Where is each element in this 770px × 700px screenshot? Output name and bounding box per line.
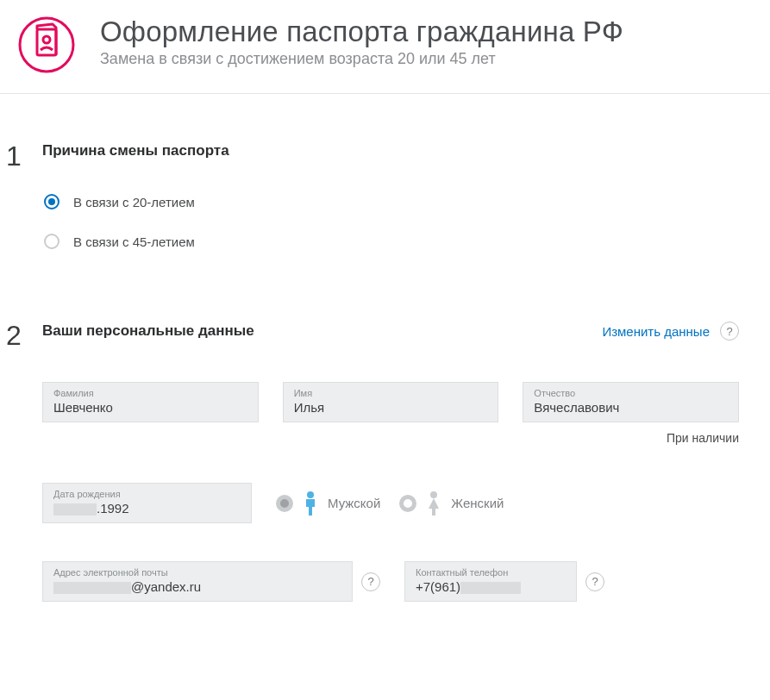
help-icon[interactable]: ? [585,572,604,591]
field-label: Имя [294,388,488,398]
svg-point-2 [43,36,50,43]
phone-field: Контактный телефон +7(961) [404,561,577,602]
field-label: Отчество [534,388,728,398]
radio-icon [44,194,59,209]
gender-label: Мужской [328,496,380,510]
radio-label: В связи с 20-летием [73,195,195,209]
field-label: Адрес электронной почты [53,567,341,578]
page-header: Оформление паспорта гражданина РФ Замена… [0,0,770,94]
radio-icon [276,495,293,512]
edit-data-link[interactable]: Изменить данные [602,324,710,339]
reason-option-45[interactable]: В связи с 45-летием [44,234,770,249]
radio-icon [399,495,416,512]
svg-point-0 [20,18,73,72]
field-value: Илья [294,400,488,415]
male-icon [300,491,321,516]
field-label: Фамилия [53,388,247,398]
field-value: +7(961) [416,579,566,594]
passport-icon [17,16,76,74]
patronymic-field: Отчество Вячеславович [523,382,739,422]
section-reason: 1 Причина смены паспорта В связи с 20-ле… [0,94,770,273]
name-field: Имя Илья [283,382,499,422]
help-icon[interactable]: ? [720,322,739,341]
help-icon[interactable]: ? [361,572,380,591]
email-field: Адрес электронной почты @yandex.ru [42,561,353,602]
field-label: Контактный телефон [416,567,566,578]
surname-field: Фамилия Шевченко [42,382,259,422]
gender-female[interactable]: Женский [399,491,504,516]
female-icon [423,491,444,516]
step-number-2: 2 [6,322,42,602]
field-value: Вячеславович [534,400,728,415]
redacted-block [460,582,521,594]
patronymic-note: При наличии [42,431,739,445]
step-number-1: 1 [6,142,42,273]
section-personal: 2 Ваши персональные данные Изменить данн… [0,273,770,602]
reason-radio-list: В связи с 20-летием В связи с 45-летием [42,194,770,249]
radio-label: В связи с 45-летием [73,234,195,249]
page-subtitle: Замена в связи с достижением возраста 20… [100,50,623,68]
svg-point-3 [307,491,314,498]
redacted-block [53,582,131,594]
reason-option-20[interactable]: В связи с 20-летием [44,194,770,209]
gender-label: Женский [451,496,504,510]
section-title-personal: Ваши персональные данные [42,322,254,340]
field-value: @yandex.ru [53,579,341,594]
gender-male[interactable]: Мужской [276,491,380,516]
page-title: Оформление паспорта гражданина РФ [100,16,623,48]
svg-point-4 [430,491,437,498]
redacted-block [53,503,97,516]
dob-field: Дата рождения .1992 [42,483,252,523]
field-value: Шевченко [53,400,247,415]
section-title-reason: Причина смены паспорта [42,142,770,159]
field-label: Дата рождения [53,489,241,499]
field-value: .1992 [53,501,241,516]
radio-icon [44,234,59,249]
gender-group: Мужской Женский [276,491,504,516]
